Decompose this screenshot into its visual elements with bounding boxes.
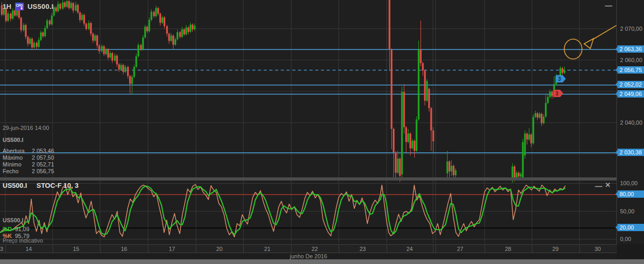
date-tick-label: 28 xyxy=(505,246,511,252)
date-cell-border xyxy=(339,245,339,254)
candle-body xyxy=(25,25,27,37)
minimize-chart-icon[interactable]: — xyxy=(605,3,612,8)
date-cell-border xyxy=(579,245,580,254)
candle-body xyxy=(96,35,98,45)
ohlc-info-box: 29-jun-2016 14:00 US500.I Abertura 2 053… xyxy=(3,125,54,175)
date-cell-border xyxy=(53,245,53,254)
candle-body xyxy=(131,77,133,83)
candle-body xyxy=(59,4,61,9)
price-level-badge[interactable]: 2 052,02 xyxy=(617,81,644,88)
horizontal-scrollbar[interactable] xyxy=(0,259,644,264)
trading-chart-window: 33 1H CFD US500.I — 29-jun-2016 14:00 US… xyxy=(0,0,644,264)
trade-marker-count: 3 xyxy=(558,76,561,82)
cfd-instrument-icon: CFD xyxy=(15,3,24,10)
open-row: Abertura 2 053,46 xyxy=(3,148,54,154)
chart-canvas[interactable]: 33 xyxy=(0,0,617,244)
candle-body xyxy=(112,53,113,61)
candle-body xyxy=(414,141,415,151)
annotation-arrow[interactable] xyxy=(592,25,617,40)
candle-body xyxy=(516,173,517,177)
date-cell-border xyxy=(387,245,387,254)
stoch-indicator-name[interactable]: STOC-F 10, 3 xyxy=(36,182,79,189)
date-cell-border xyxy=(196,245,196,254)
high-row: Máximo 2 057,50 xyxy=(3,154,54,161)
stoch-k-line[interactable] xyxy=(0,185,565,237)
stoch-level-badge[interactable]: 20,00 xyxy=(617,224,644,231)
candle-body xyxy=(142,38,144,50)
candle-body xyxy=(395,152,397,173)
close-row: Fecho 2 056,75 xyxy=(3,168,54,175)
candle-body xyxy=(42,32,44,36)
candle-body xyxy=(535,113,536,117)
panel-splitter[interactable] xyxy=(0,177,644,181)
date-cell-border xyxy=(291,245,292,254)
price-level-badge[interactable]: 2 030,38 xyxy=(617,149,644,156)
candle-body xyxy=(410,134,411,148)
indicative-price-note: Preço indicativo xyxy=(3,237,43,244)
candle-body xyxy=(418,50,419,119)
candle-body xyxy=(72,3,74,10)
candle-body xyxy=(125,67,126,72)
candle-body xyxy=(194,26,195,30)
candle-body xyxy=(55,7,57,11)
candle-body xyxy=(77,5,79,12)
stoch-legend: US500.I %D91,09 %K95,79 xyxy=(3,217,29,239)
candle-body xyxy=(447,161,448,173)
candle-body xyxy=(162,17,163,22)
candle-body xyxy=(118,64,120,69)
date-cell-border xyxy=(485,245,485,254)
candle-body xyxy=(545,103,547,116)
stoch-d-line[interactable] xyxy=(0,186,565,235)
candle-body xyxy=(14,10,16,16)
candle-body xyxy=(46,20,48,28)
date-tick-label: 14 xyxy=(26,246,32,252)
annotation-arrowhead[interactable] xyxy=(584,39,593,49)
time-axis[interactable]: 314151617202122232427282930 xyxy=(0,244,617,253)
candle-body xyxy=(40,32,42,40)
date-cell-border xyxy=(100,245,101,254)
price-axis-label: 2 040,00 xyxy=(620,119,642,126)
candle-body xyxy=(101,46,103,52)
candle-body xyxy=(179,32,181,37)
price-level-badge[interactable]: 2 056,75 xyxy=(617,66,644,74)
month-label: junho De 2016 xyxy=(0,253,617,259)
price-axis[interactable]: 2 070,002 060,002 040,002 063,362 056,75… xyxy=(616,0,644,244)
candle-body xyxy=(144,27,146,37)
date-tick-label: 16 xyxy=(121,246,127,252)
price-level-badge[interactable]: 2 063,36 xyxy=(617,45,644,53)
candle-body xyxy=(185,28,187,34)
candle-body xyxy=(514,166,515,177)
candle-body xyxy=(455,170,456,175)
candle-body xyxy=(155,8,157,16)
date-tick-label: 24 xyxy=(406,246,413,252)
candle-body xyxy=(31,39,33,47)
axis-corner xyxy=(617,244,644,259)
date-tick-label: 20 xyxy=(216,246,222,252)
candle-body xyxy=(159,14,161,22)
candle-body xyxy=(88,23,90,29)
close-stoch-icon[interactable]: ✕ xyxy=(605,183,611,188)
candle-body xyxy=(541,114,542,123)
candle-datetime: 29-jun-2016 14:00 xyxy=(3,125,54,131)
stoch-axis-label: 0,00 xyxy=(620,236,631,242)
price-level-badge[interactable]: 2 049,06 xyxy=(617,90,644,98)
candle-body xyxy=(57,4,59,11)
candle-body xyxy=(64,3,66,7)
date-cell-border xyxy=(433,245,434,254)
candle-body xyxy=(94,35,96,41)
candle-body xyxy=(168,34,170,41)
candle-body xyxy=(520,174,522,176)
candle-body xyxy=(524,134,526,155)
candle-body xyxy=(133,67,135,77)
candle-body xyxy=(140,45,142,49)
candle-body xyxy=(399,159,401,176)
minimize-stoch-icon[interactable]: — xyxy=(595,184,602,189)
candle-body xyxy=(122,65,124,72)
candle-body xyxy=(183,29,185,34)
candle-body xyxy=(81,15,83,20)
candle-body xyxy=(424,70,426,101)
candle-body xyxy=(23,25,24,30)
date-tick-label: 27 xyxy=(457,246,463,252)
date-cell-border xyxy=(436,245,436,254)
stoch-level-badge[interactable]: 80,00 xyxy=(617,190,644,198)
